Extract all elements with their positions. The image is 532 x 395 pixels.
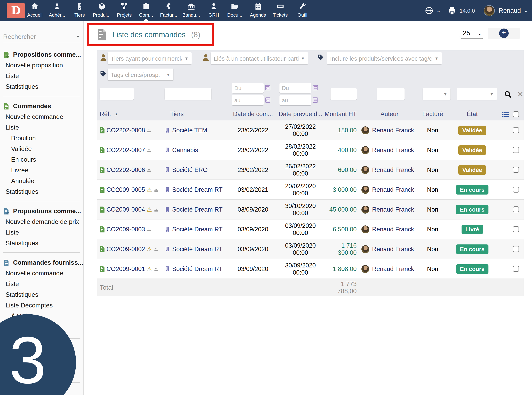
select-all-checkbox[interactable] (513, 111, 519, 117)
table-row[interactable]: CO2009-0005 ⚠ Société Dream RT 03/02/202… (97, 180, 524, 200)
tab-agenda[interactable]: Agenda (247, 2, 269, 18)
company-link[interactable]: Société Dream RT (172, 245, 222, 252)
download-icon[interactable] (154, 207, 159, 212)
sidebar-search-input[interactable]: Rechercher ▼ (3, 32, 80, 42)
user-avatar[interactable] (484, 5, 495, 16)
table-row[interactable]: CO2202-0008 Société TEM 23/02/2022 27/02… (97, 121, 524, 140)
print-icon[interactable] (448, 6, 457, 15)
language-chevron-icon[interactable]: ⌄ (437, 8, 441, 13)
tab-produits[interactable]: Produi... (90, 2, 113, 18)
row-checkbox[interactable] (513, 206, 519, 212)
company-link[interactable]: Société ERO (172, 166, 208, 173)
filter-tiers-input[interactable] (165, 88, 211, 100)
company-link[interactable]: Société TEM (172, 126, 207, 134)
sidebar-item-brouillon[interactable]: Brouillon (0, 133, 83, 143)
download-icon[interactable] (147, 227, 152, 232)
column-header-date-order[interactable]: Date de com... (229, 110, 277, 118)
tab-banques[interactable]: Banqu... (180, 2, 203, 18)
clear-filters-icon[interactable]: ✕ (517, 90, 523, 99)
sidebar-item-statistiques-demandes[interactable]: Statistiques (0, 238, 83, 248)
sidebar-item-statistiques-commandes[interactable]: Statistiques (0, 186, 83, 197)
search-icon[interactable] (504, 91, 512, 98)
row-checkbox[interactable] (513, 147, 519, 153)
order-ref-link[interactable]: CO2009-0004 (107, 206, 145, 213)
filter-ref-input[interactable] (100, 88, 134, 100)
author-link[interactable]: Renaud Franck (372, 166, 414, 173)
table-row[interactable]: CO2009-0004 ⚠ Société Dream RT 03/09/202… (97, 200, 524, 219)
language-globe-icon[interactable] (425, 6, 433, 15)
filter-amount-input[interactable] (331, 88, 357, 100)
user-menu-chevron-icon[interactable]: ⌄ (524, 8, 528, 13)
sidebar-item-liste-demandes[interactable]: Liste (0, 227, 83, 238)
filter-date-order-to-input[interactable] (232, 95, 264, 105)
row-checkbox[interactable] (513, 226, 519, 232)
row-checkbox[interactable] (513, 127, 519, 133)
company-link[interactable]: Société Dream RT (172, 226, 222, 233)
company-link[interactable]: Société Dream RT (172, 206, 222, 213)
order-ref-link[interactable]: CO2009-0002 (107, 245, 145, 252)
section-propositions-commerciales[interactable]: Propositions comme... (0, 49, 83, 60)
filter-contact-select[interactable]: Liés à un contact utilisateur parti...▼ (211, 52, 308, 64)
sidebar-item-statistiques-propositions[interactable]: Statistiques (0, 81, 83, 92)
section-commandes[interactable]: Commandes (0, 101, 83, 111)
company-link[interactable]: Société Dream RT (172, 265, 222, 272)
author-link[interactable]: Renaud Franck (372, 146, 414, 154)
tab-projets[interactable]: Projets (113, 2, 136, 18)
tab-outils[interactable]: Outil (291, 2, 314, 18)
sidebar-item-liste-commandes[interactable]: Liste (0, 122, 83, 133)
search-dropdown-chevron-icon[interactable]: ▼ (76, 34, 80, 39)
column-header-date-delivery[interactable]: Date prévue d... (277, 110, 324, 118)
sidebar-item-en-cours[interactable]: En cours (0, 154, 83, 165)
filter-billed-select[interactable]: ▼ (423, 88, 451, 100)
sidebar-item-nouvelle-demande-prix[interactable]: Nouvelle demande de prix (0, 216, 83, 227)
download-icon[interactable] (147, 147, 152, 153)
tab-documents[interactable]: Docu... (223, 2, 246, 18)
filter-customer-tag-select[interactable]: Tags clients/prosp.▼ (108, 69, 173, 80)
sort-ascending-icon[interactable]: ▲ (115, 112, 118, 116)
sidebar-item-nouvelle-proposition[interactable]: Nouvelle proposition (0, 60, 83, 71)
section-commandes-fournisseurs[interactable]: Commandes fourniss... (0, 258, 83, 268)
tab-tickets[interactable]: Tickets (269, 2, 292, 18)
order-ref-link[interactable]: CO2202-0006 (107, 166, 145, 173)
tab-facturation[interactable]: Factur... (157, 2, 180, 18)
row-checkbox[interactable] (513, 246, 519, 252)
author-link[interactable]: Renaud Franck (372, 186, 414, 193)
table-row[interactable]: CO2202-0006 Société ERO 23/02/2022 26/02… (97, 160, 524, 180)
tab-tiers[interactable]: Tiers (68, 2, 91, 18)
tab-commerce[interactable]: Com... (134, 2, 157, 18)
author-link[interactable]: Renaud Franck (372, 226, 414, 233)
filter-author-input[interactable] (377, 88, 404, 100)
user-name[interactable]: Renaud (499, 7, 521, 14)
company-link[interactable]: Cannabis (172, 146, 198, 154)
calendar-picker-icon[interactable] (265, 98, 270, 103)
filter-date-delivery-from-input[interactable] (279, 83, 311, 93)
sidebar-item-livree[interactable]: Livrée (0, 165, 83, 176)
calendar-picker-icon[interactable] (313, 85, 318, 90)
tab-adherents[interactable]: Adhér... (46, 2, 69, 18)
sidebar-item-nouvelle-commande[interactable]: Nouvelle commande (0, 111, 83, 122)
row-checkbox[interactable] (513, 266, 519, 272)
author-link[interactable]: Renaud Franck (372, 265, 414, 272)
table-row[interactable]: CO2202-0007 Cannabis 23/02/2022 28/02/20… (97, 140, 524, 160)
column-options-list-icon[interactable] (502, 111, 509, 117)
column-header-amount[interactable]: Montant HT (324, 110, 357, 118)
table-row[interactable]: CO2009-0001 ⚠ Société Dream RT 03/09/202… (97, 259, 524, 279)
filter-product-tag-select[interactable]: Inclure les produits/services avec tag/c… (327, 52, 442, 64)
order-ref-link[interactable]: CO2009-0005 (107, 186, 145, 193)
tab-accueil[interactable]: Accueil (23, 2, 46, 18)
sidebar-item-annulee[interactable]: Annulée (0, 176, 83, 186)
row-checkbox[interactable] (513, 187, 519, 192)
filter-date-delivery-to-input[interactable] (279, 95, 311, 105)
filter-date-order-from-input[interactable] (232, 83, 264, 93)
sidebar-item-liste-decomptes[interactable]: Liste Décomptes (0, 300, 83, 311)
sidebar-item-validee[interactable]: Validée (0, 143, 83, 154)
column-header-author[interactable]: Auteur (357, 110, 418, 118)
column-header-billed[interactable]: Facturé (418, 110, 448, 118)
table-row[interactable]: CO2009-0002 ⚠ Société Dream RT 03/09/202… (97, 239, 524, 259)
sidebar-item-nouvelle-commande-fourn[interactable]: Nouvelle commande (0, 268, 83, 279)
filter-commercial-select[interactable]: Tiers ayant pour commercial▼ (108, 52, 192, 64)
row-checkbox[interactable] (513, 167, 519, 173)
sidebar-item-statistiques-fourn[interactable]: Statistiques (0, 289, 83, 300)
section-propositions-fournisseurs[interactable]: Propositions comme... (0, 206, 83, 216)
order-ref-link[interactable]: CO2202-0008 (107, 126, 145, 134)
